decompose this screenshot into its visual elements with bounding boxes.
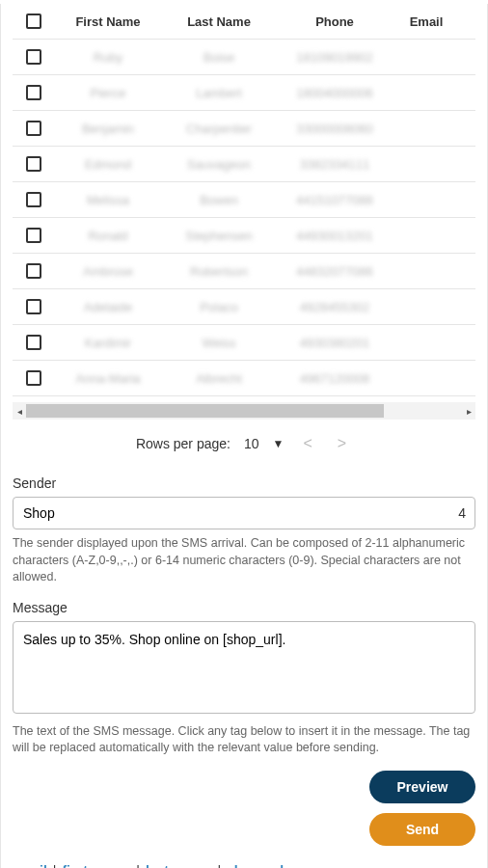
table-row: EdmondSauvageon3382334111 — [13, 147, 475, 182]
cell-first-name: Kardimir — [55, 336, 161, 350]
cell-last-name: Sauvageon — [161, 157, 277, 172]
table-pager: Rows per page: 10 ▼ < > — [13, 420, 475, 468]
next-page-button[interactable]: > — [332, 435, 352, 452]
cell-last-name: Stephensen — [161, 229, 277, 243]
cell-last-name: Robertson — [161, 264, 277, 279]
sender-help-text: The sender displayed upon the SMS arriva… — [13, 535, 475, 586]
cell-phone: 4928455302 — [277, 300, 393, 314]
row-checkbox[interactable] — [26, 299, 41, 314]
cell-first-name: Ambrose — [55, 264, 161, 279]
tag-last_name[interactable]: last_name — [146, 863, 211, 869]
horizontal-scrollbar[interactable]: ◂ ▸ — [13, 402, 475, 420]
col-header-first: First Name — [55, 14, 161, 29]
row-checkbox[interactable] — [26, 263, 41, 279]
cell-phone: 33000008060 — [277, 122, 393, 136]
row-checkbox[interactable] — [26, 85, 41, 100]
col-header-email: Email — [393, 14, 460, 29]
cell-last-name: Lambert — [161, 86, 277, 100]
cell-first-name: Ruby — [55, 50, 161, 65]
cell-phone: 18109019902 — [277, 50, 393, 65]
row-checkbox[interactable] — [26, 335, 41, 350]
cell-first-name: Ronald — [55, 229, 161, 243]
preview-button[interactable]: Preview — [369, 771, 475, 803]
table-row: RonaldStephensen44930013201 — [13, 218, 475, 254]
prev-page-button[interactable]: < — [297, 435, 317, 452]
select-all-checkbox[interactable] — [26, 14, 41, 29]
table-row: KardimirWeiss4930380201 — [13, 325, 475, 361]
row-checkbox[interactable] — [26, 192, 41, 207]
scroll-thumb[interactable] — [26, 404, 384, 418]
scroll-right-icon[interactable]: ▸ — [462, 406, 475, 417]
sender-label: Sender — [13, 475, 475, 491]
send-button[interactable]: Send — [369, 813, 475, 846]
row-checkbox[interactable] — [26, 370, 41, 386]
tags-row: email|first_name|last_name|shop_url — [13, 863, 475, 869]
cell-last-name: Albrecht — [161, 371, 277, 386]
row-checkbox[interactable] — [26, 228, 41, 243]
cell-first-name: Adelaide — [55, 300, 161, 314]
cell-first-name: Melissa — [55, 193, 161, 207]
scroll-left-icon[interactable]: ◂ — [13, 406, 26, 417]
message-label: Message — [13, 600, 475, 615]
message-help-text: The text of the SMS message. Click any t… — [13, 723, 475, 757]
row-checkbox[interactable] — [26, 156, 41, 172]
cell-first-name: Pierce — [55, 86, 161, 100]
col-header-last: Last Name — [161, 14, 277, 29]
cell-first-name: Edmond — [55, 157, 161, 172]
rows-per-page-value: 10 — [244, 436, 259, 451]
cell-phone: 44930013201 — [277, 229, 393, 243]
cell-phone: 4967120008 — [277, 371, 393, 386]
rows-per-page-label: Rows per page: — [136, 436, 230, 451]
col-header-phone: Phone — [277, 14, 393, 29]
cell-first-name: Anna-Maria — [55, 371, 161, 386]
cell-last-name: Boise — [161, 50, 277, 65]
sender-char-count: 4 — [458, 505, 466, 521]
tag-shop_url[interactable]: shop_url — [227, 863, 284, 869]
row-checkbox[interactable] — [26, 121, 41, 136]
cell-last-name: Charpentier — [161, 122, 277, 136]
table-row: MelissaBowen44151077088 — [13, 182, 475, 218]
table-row: AmbroseRobertson44832077086 — [13, 254, 475, 289]
cell-first-name: Benjamin — [55, 122, 161, 136]
tag-email[interactable]: email — [13, 863, 47, 869]
cell-last-name: Polaco — [161, 300, 277, 314]
table-row: PierceLambert18004000006 — [13, 75, 475, 111]
table-row: BenjaminCharpentier33000008060 — [13, 111, 475, 147]
cell-last-name: Weiss — [161, 336, 277, 350]
table-header-row: First Name Last Name Phone Email — [13, 4, 475, 40]
tag-separator: | — [217, 863, 221, 869]
cell-phone: 4930380201 — [277, 336, 393, 350]
cell-phone: 18004000006 — [277, 86, 393, 100]
scroll-track[interactable] — [26, 404, 462, 418]
tag-separator: | — [53, 863, 57, 869]
message-textarea[interactable] — [13, 621, 475, 714]
chevron-down-icon[interactable]: ▼ — [273, 437, 285, 450]
tag-separator: | — [136, 863, 140, 869]
cell-phone: 3382334111 — [277, 157, 393, 172]
cell-phone: 44151077088 — [277, 193, 393, 207]
cell-phone: 44832077086 — [277, 264, 393, 279]
row-checkbox[interactable] — [26, 49, 41, 65]
table-row: AdelaidePolaco4928455302 — [13, 289, 475, 325]
cell-last-name: Bowen — [161, 193, 277, 207]
sender-input[interactable] — [13, 497, 475, 529]
table-row: RubyBoise18109019902 — [13, 40, 475, 75]
contacts-table: First Name Last Name Phone Email RubyBoi… — [13, 4, 475, 420]
table-row: Anna-MariaAlbrecht4967120008 — [13, 361, 475, 396]
tag-first_name[interactable]: first_name — [62, 863, 130, 869]
